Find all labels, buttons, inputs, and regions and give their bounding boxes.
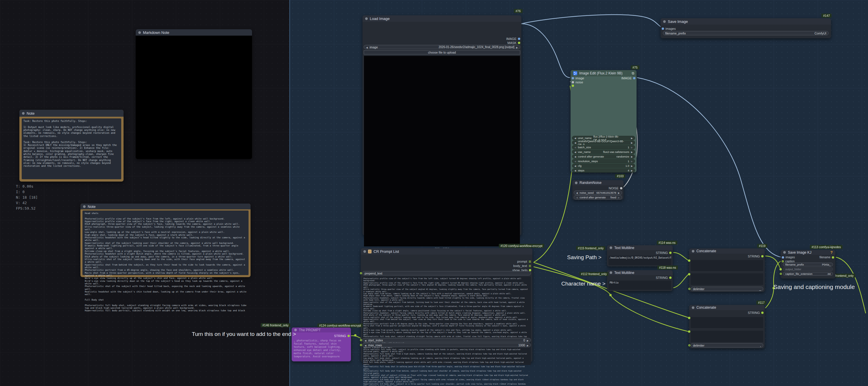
input-noise[interactable]: noise — [572, 81, 583, 84]
text-encoder-widget[interactable]: unsloth/Qwen3-8B-GGUF/Qwen3-8B-Q8_0. ... — [572, 141, 635, 145]
note-overflow-text[interactable]: Head shots Photorealistic profile view o… — [83, 211, 249, 311]
input-conditioning[interactable] — [572, 85, 574, 87]
vae-name-widget[interactable]: vae_name flux2-vae.safetensors — [572, 150, 635, 154]
image-combo-widget[interactable]: image 2026-01-26/seedvr2/admajic_1024_fi… — [364, 45, 520, 49]
output-image[interactable]: IMAGE — [506, 37, 520, 40]
collapse-dot[interactable] — [610, 271, 612, 274]
steps-widget[interactable]: steps 4 — [572, 168, 635, 173]
node-image-edit[interactable]: Image Edit (Flux.2 Klein 9B) ⧉ image noi… — [570, 70, 637, 172]
batch-size-widget[interactable]: batch_size 1 — [572, 145, 635, 149]
node-text-multiline-path[interactable]: Text Multiline STRING /media/admajic/D_D… — [607, 245, 673, 266]
node-header[interactable]: Load Image — [363, 16, 521, 22]
input-output-folder[interactable] — [779, 268, 782, 270]
text-multiline-textarea[interactable]: P0rtia — [609, 280, 671, 290]
output-string[interactable]: STRING — [334, 334, 350, 338]
node-header[interactable]: The PROMPT — [292, 327, 351, 332]
upload-button[interactable]: choose file to upload — [364, 50, 520, 54]
text-multiline-textarea[interactable]: /media/admajic/D_DRIVE/output/AI_Dataset… — [609, 256, 671, 265]
input-delimiter[interactable] — [688, 344, 690, 346]
string-b-textarea[interactable] — [691, 331, 763, 342]
node-header[interactable]: Text Multiline — [607, 270, 673, 275]
next-arrow[interactable] — [516, 46, 518, 49]
prompt-textarea[interactable]: , photorealistic, sharp focus on facial … — [294, 339, 349, 359]
node-concatenate-2[interactable]: Concatenate STRING delimiter , — [689, 305, 765, 348]
node-random-noise[interactable]: RandomNoise NOISE noise_seed 65744619135… — [572, 180, 623, 200]
comfyui-canvas[interactable]: T: 0.00s I: 0 N: 18 [18] V: 42 FPS:59.52… — [0, 0, 868, 386]
output-mask[interactable]: MASK — [507, 41, 520, 44]
annotation-character-name[interactable]: Character name > — [561, 280, 606, 287]
collapse-dot[interactable] — [692, 306, 694, 309]
node-markdown-note[interactable]: Markdown Note — [136, 29, 252, 159]
collapse-dot[interactable] — [783, 251, 786, 254]
note-textarea[interactable]: Task: Restore this photo faithfully. Ste… — [22, 118, 121, 179]
help-icon[interactable]: ? — [830, 250, 833, 255]
node-text-multiline-name[interactable]: Text Multiline STRING P0rtia — [607, 270, 673, 291]
input-delimiter[interactable] — [688, 288, 690, 290]
node-header[interactable]: Text Multiline — [607, 245, 673, 250]
input-start-index[interactable] — [360, 339, 362, 341]
node-header[interactable]: Note — [20, 110, 124, 117]
node-load-image[interactable]: Load Image IMAGE MASK image 2026-01-26/s… — [363, 16, 521, 235]
output-filename[interactable]: filename — [819, 256, 834, 259]
max-rows-widget[interactable]: max_rows 1000 — [362, 343, 531, 347]
node-save-image-kj[interactable]: Save Image KJ ? images caption filename … — [781, 250, 835, 278]
output-string[interactable]: STRING — [656, 276, 672, 279]
annotation-saving-module[interactable]: Saving and captioning module — [773, 284, 855, 291]
input-string-b[interactable] — [688, 330, 690, 333]
output-noise[interactable]: NOISE — [609, 186, 622, 190]
output-string[interactable]: STRING — [748, 311, 764, 315]
output-string[interactable]: STRING — [748, 255, 764, 258]
output-folder-widget[interactable]: output_folder — [783, 267, 833, 271]
prompt-list-textarea[interactable]: Photorealistic profile view of the subje… — [362, 276, 531, 365]
node-header[interactable]: Save Image — [660, 18, 831, 25]
collapse-dot[interactable] — [610, 246, 612, 249]
filename-prefix-widget[interactable]: filename_prefix ComfyUI — [663, 31, 829, 35]
delimiter-widget[interactable]: delimiter _ — [691, 287, 763, 291]
node-header[interactable]: Image Edit (Flux.2 Klein 9B) ⧉ — [570, 70, 637, 77]
resolution-steps-widget[interactable]: resolution_steps 1 — [572, 159, 635, 163]
delimiter-widget[interactable]: delimiter , — [691, 343, 763, 348]
string-a-textarea[interactable] — [691, 260, 763, 271]
node-header[interactable]: Note — [81, 204, 251, 209]
input-caption-ext[interactable] — [780, 273, 782, 275]
input-string-b[interactable] — [688, 273, 690, 275]
input-image[interactable]: image — [572, 77, 584, 80]
prepend-text-widget[interactable]: prepend_text — [362, 271, 531, 275]
control-after-generate-widget[interactable]: control after generate randomize — [572, 154, 635, 159]
collapse-dot[interactable] — [365, 18, 368, 20]
noise-seed-widget[interactable]: noise_seed 6574461913578 — [574, 190, 622, 195]
start-index-widget[interactable]: start_index 0 — [362, 338, 531, 342]
node-header[interactable]: Markdown Note — [136, 29, 252, 36]
output-prompt[interactable]: prompt≣ — [517, 260, 531, 263]
collapse-dot[interactable] — [83, 205, 86, 208]
output-string[interactable]: STRING — [656, 251, 672, 255]
annotation-saving-path[interactable]: Saving Path > — [567, 254, 601, 261]
control-after-generate-widget[interactable]: control after generate fixed — [574, 195, 622, 200]
input-images[interactable]: images — [662, 27, 676, 30]
collapse-dot[interactable] — [692, 250, 694, 253]
string-a-textarea[interactable] — [691, 317, 763, 328]
prev-arrow[interactable] — [366, 46, 368, 49]
collapse-dot[interactable] — [663, 20, 666, 23]
input-images[interactable]: images — [782, 256, 795, 259]
collapse-dot[interactable] — [575, 182, 578, 184]
node-header[interactable]: Save Image KJ ? — [781, 250, 835, 255]
node-header[interactable]: CR Prompt List — [361, 248, 532, 255]
node-concatenate-1[interactable]: Concatenate STRING delimiter _ — [689, 248, 765, 292]
expand-icon[interactable]: ⧉ — [631, 71, 634, 75]
node-cr-prompt-list[interactable]: CR Prompt List prompt≣ body_text≣ show_h… — [361, 248, 532, 362]
annotation-turn-on[interactable]: Turn this on if you want to add to the e… — [192, 331, 296, 337]
node-header[interactable]: RandomNoise — [572, 180, 623, 185]
output-body-text[interactable]: body_text≣ — [513, 264, 531, 268]
node-the-prompt[interactable]: The PROMPT STRING , photorealistic, shar… — [292, 327, 351, 361]
node-header[interactable]: Concatenate — [689, 305, 765, 310]
filename-prefix-widget[interactable]: filename_prefix P0rtia_ — [783, 263, 833, 266]
node-header[interactable]: Concatenate — [689, 248, 765, 254]
input-string-a[interactable] — [688, 260, 690, 262]
cfg-widget[interactable]: cfg 1.0 — [572, 164, 635, 168]
collapse-dot[interactable] — [22, 112, 25, 115]
input-max-rows[interactable] — [360, 344, 362, 346]
input-string-a[interactable] — [688, 317, 690, 319]
collapse-dot[interactable] — [363, 250, 366, 253]
caption-file-extension-widget[interactable]: caption_file_extension .txt — [783, 272, 833, 276]
